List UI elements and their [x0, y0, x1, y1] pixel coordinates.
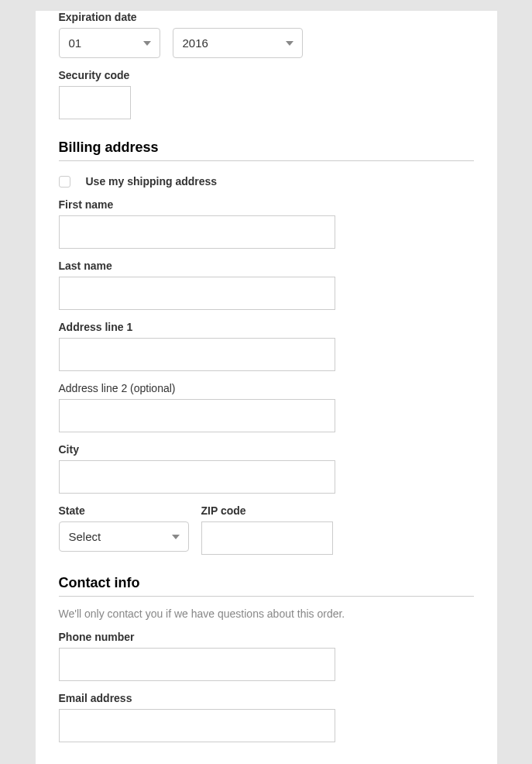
zip-label: ZIP code	[201, 504, 333, 517]
billing-address-heading: Billing address	[59, 139, 474, 161]
expiration-date-label: Expiration date	[59, 11, 474, 23]
address2-input[interactable]	[59, 399, 335, 432]
state-zip-row: State Select ZIP code	[59, 494, 474, 555]
city-label: City	[59, 443, 474, 456]
address1-input[interactable]	[59, 338, 335, 371]
address2-label: Address line 2 (optional)	[59, 382, 474, 394]
last-name-label: Last name	[59, 260, 474, 272]
first-name-label: First name	[59, 198, 474, 211]
contact-info-heading: Contact info	[59, 575, 474, 597]
zip-col: ZIP code	[201, 494, 333, 555]
use-shipping-label: Use my shipping address	[86, 175, 218, 188]
email-input[interactable]	[59, 709, 335, 742]
phone-input[interactable]	[59, 648, 335, 681]
address1-label: Address line 1	[59, 321, 474, 333]
state-label: State	[59, 504, 189, 517]
state-col: State Select	[59, 494, 189, 555]
expiration-row: 01 2016	[59, 28, 474, 58]
expiration-year-wrap: 2016	[173, 28, 303, 58]
city-input[interactable]	[59, 460, 335, 494]
last-name-input[interactable]	[59, 277, 335, 310]
expiration-month-wrap: 01	[59, 28, 160, 58]
phone-label: Phone number	[59, 631, 474, 643]
expiration-year-select[interactable]: 2016	[173, 28, 303, 58]
contact-help-text: We'll only contact you if we have questi…	[59, 607, 474, 620]
security-code-input[interactable]	[59, 86, 131, 119]
email-label: Email address	[59, 692, 474, 704]
checkout-form: Expiration date 01 2016 Security code Bi…	[36, 11, 497, 764]
first-name-input[interactable]	[59, 215, 335, 249]
expiration-month-select[interactable]: 01	[59, 28, 160, 58]
security-code-label: Security code	[59, 69, 474, 81]
zip-input[interactable]	[201, 521, 333, 555]
use-shipping-row: Use my shipping address	[59, 175, 474, 188]
state-select[interactable]: Select	[59, 521, 189, 552]
state-select-wrap: Select	[59, 521, 189, 552]
use-shipping-checkbox[interactable]	[59, 176, 70, 188]
